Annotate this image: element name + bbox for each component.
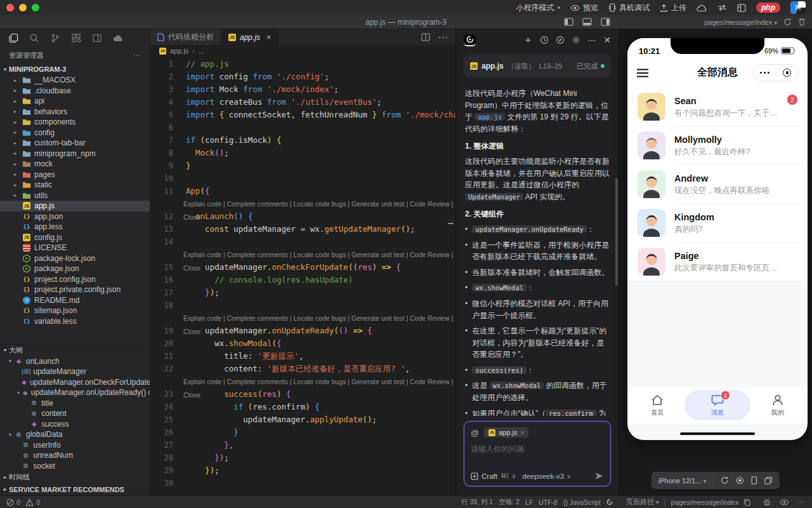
outline-item[interactable]: ◈updateManager.onCheckForUpdate() call..… [0, 377, 150, 388]
refresh-icon[interactable] [783, 18, 792, 26]
code-line[interactable]: 9} [150, 159, 455, 172]
timeline-header[interactable]: ▸ 时间线 [0, 471, 150, 483]
tree-folder[interactable]: ▸api [0, 96, 150, 107]
outline-item[interactable]: ⚙socket [0, 461, 150, 472]
device-frame-icon[interactable] [751, 476, 757, 485]
code-line[interactable]: 6 [150, 121, 455, 134]
source-control-icon[interactable] [50, 33, 60, 43]
capsule-more-icon[interactable] [754, 72, 776, 74]
codelens-actions[interactable]: Explain code | Complete comments | Locat… [150, 312, 455, 324]
watch-eye-icon[interactable] [780, 498, 789, 506]
phone-tab-home[interactable]: 首页 [650, 391, 664, 420]
tree-file[interactable]: {}app.less [0, 222, 150, 232]
code-line[interactable]: 4import createBus from './utils/eventBus… [150, 96, 455, 109]
device-debug-button[interactable]: 真机调试 [608, 3, 650, 13]
code-line[interactable]: 16 // console.log(res.hasUpdate) [150, 274, 455, 286]
tree-folder[interactable]: ▸utils [0, 190, 150, 201]
service-market-header[interactable]: ▸ SERVICE MARKET RECOMMENDS [0, 483, 150, 495]
ai-input-box[interactable]: @ JS app.js × 请输入你的问题 Craft ⌘I ∨ deepsee… [464, 421, 611, 486]
message-list-item[interactable]: Paige此次要评审的首页和专区页改版的交互方案 [627, 242, 808, 281]
code-line[interactable]: 5import { connectSocket, fetchUnreadNum … [150, 109, 455, 121]
tree-folder[interactable]: ▸miniprogram_npm [0, 149, 150, 159]
project-root[interactable]: ▾ MINIPROGRAM-3 [0, 64, 150, 75]
code-line[interactable]: 14 [150, 236, 455, 248]
code-line[interactable]: 8 Mock(); [150, 147, 455, 159]
code-line[interactable]: 11App({ [150, 185, 455, 197]
navigate-icon[interactable] [556, 36, 565, 44]
upload-button[interactable]: 上传 [660, 3, 686, 13]
phone-tab-user[interactable]: 我的 [771, 391, 785, 420]
split-editor-icon[interactable] [421, 33, 430, 41]
ai-scrollbar[interactable] [615, 178, 618, 286]
code-line[interactable]: 1// app.js [150, 58, 455, 70]
code-line[interactable]: 13 const updateManager = wx.getUpdateMan… [150, 223, 455, 236]
code-line[interactable]: 30 [150, 477, 455, 490]
code-line[interactable]: 20 wx.showModal({ [150, 337, 455, 350]
clear-cache-icon[interactable] [798, 18, 806, 26]
craft-mode-dropdown[interactable]: Craft ⌘I ∨ [471, 472, 516, 480]
breadcrumb[interactable]: JS app.js › ... [150, 45, 455, 57]
tree-file[interactable]: iREADME.md [0, 295, 150, 306]
codelens-actions[interactable]: Explain code | Complete comments | Locat… [150, 197, 455, 210]
code-line[interactable]: 15 updateManager.onCheckForUpdate((res) … [150, 261, 455, 274]
model-dropdown[interactable]: deepseek-v3∨ [522, 472, 570, 480]
minimize-window-icon[interactable] [19, 4, 27, 11]
debugger-icon[interactable] [763, 498, 771, 506]
new-chat-icon[interactable]: ＋ [523, 34, 533, 47]
code-line[interactable]: 28 }); [150, 451, 455, 464]
outline-item[interactable]: [@]updateManager [0, 366, 150, 377]
tree-file[interactable]: LICENSE [0, 243, 150, 253]
search-icon[interactable] [29, 33, 39, 43]
tree-folder[interactable]: ▸.cloudbase [0, 86, 150, 97]
page-path-value[interactable]: pages/message/index [671, 498, 738, 506]
settings-gear-icon[interactable] [572, 36, 580, 44]
code-line[interactable]: 27 }, [150, 439, 455, 451]
codelens-actions[interactable]: Explain code | Complete comments | Locat… [150, 248, 455, 261]
code-line[interactable]: 18 [150, 299, 455, 312]
codebuddy-logo-icon[interactable] [464, 34, 476, 46]
sync-icon[interactable] [717, 4, 727, 11]
eol-type[interactable]: LF [525, 498, 533, 506]
capsule-exit-icon[interactable] [776, 69, 799, 77]
context-file-chip[interactable]: JS app.js × [484, 427, 528, 438]
tree-file[interactable]: package-lock.json [0, 253, 150, 264]
extensions-icon[interactable] [71, 33, 81, 43]
tree-folder[interactable]: ▸__MACOSX [0, 75, 150, 86]
mode-dropdown[interactable]: 小程序模式▾ [516, 3, 560, 13]
language-mode[interactable]: {} JavaScript [563, 498, 601, 506]
outline-item[interactable]: ▾⚙globalData [0, 429, 150, 440]
encoding[interactable]: UTF-8 [539, 498, 558, 506]
tree-file[interactable]: package.json [0, 264, 150, 274]
cursor-position[interactable]: 行 39, 列 1 [461, 498, 493, 507]
ai-more-icon[interactable]: ⋯ [587, 35, 596, 45]
indentation[interactable]: 空格: 2 [499, 498, 520, 507]
code-line[interactable]: 26 } [150, 426, 455, 439]
message-list-item[interactable]: Andrew现在没空，晚点再联系你哈 [627, 164, 808, 203]
code-line[interactable]: 22 content: '新版本已经准备好，是否重启应用? ', [150, 363, 455, 375]
history-icon[interactable] [540, 36, 549, 44]
tree-folder[interactable]: ▸custom-tab-bar [0, 138, 150, 149]
cloud-icon[interactable] [697, 4, 707, 12]
panel-layout-icon[interactable] [737, 4, 746, 12]
message-list-item[interactable]: Kingdom真的吗? [627, 203, 808, 242]
outline-item[interactable]: ⚙title [0, 398, 150, 409]
code-line[interactable]: 29 }); [150, 464, 455, 477]
window-controls[interactable] [6, 4, 39, 11]
code-line[interactable]: 24 if (res.confirm) { [150, 401, 455, 413]
cloud-dev-icon[interactable] [113, 34, 124, 43]
code-line[interactable]: 2import config from './config'; [150, 70, 455, 83]
close-window-icon[interactable] [6, 4, 14, 11]
statusbar-more-icon[interactable]: ⋯ [797, 498, 804, 506]
close-tab-icon[interactable]: × [266, 33, 271, 42]
tree-file[interactable]: {}sitemap.json [0, 305, 150, 316]
tree-folder[interactable]: ▸pages [0, 170, 150, 180]
problems-indicator[interactable]: 0 0 [6, 498, 40, 506]
tree-folder[interactable]: ▸components [0, 117, 150, 128]
editor-more-icon[interactable]: ⋯ [438, 31, 448, 43]
tree-file[interactable]: {}project.config.json [0, 274, 150, 285]
phone-tab-chat[interactable]: 2消息 [710, 391, 724, 420]
code-line[interactable]: 3import Mock from './mock/index'; [150, 83, 455, 96]
message-list-item[interactable]: Sean有个问题想咨询一下，关于TDesign组件…2 [627, 87, 808, 126]
tree-file[interactable]: {}project.private.config.json [0, 284, 150, 295]
tab-app-js[interactable]: JS app.js × [221, 29, 278, 45]
